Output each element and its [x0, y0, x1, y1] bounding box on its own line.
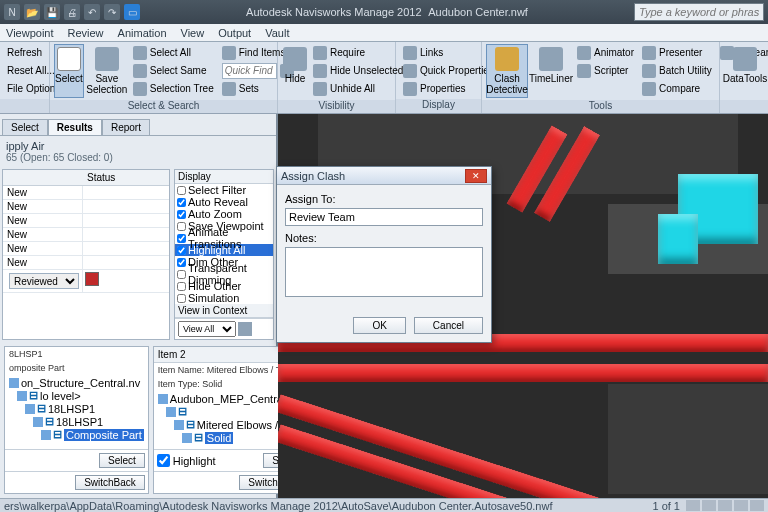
sheet-prev-icon[interactable]	[686, 500, 700, 511]
select-mode-icon[interactable]: ▭	[124, 4, 140, 20]
tab-output[interactable]: Output	[218, 27, 251, 39]
display-option[interactable]: Select Filter	[175, 184, 273, 196]
close-icon[interactable]: ✕	[465, 169, 487, 183]
hide-button[interactable]: Hide	[282, 44, 308, 98]
tree-node[interactable]: ⊟ Composite Part	[9, 428, 144, 441]
item1-box: 8LHSP1 omposite Part on_Structure_Centra…	[4, 346, 149, 494]
open-icon[interactable]: 📂	[24, 4, 40, 20]
display-option[interactable]: Animate Transitions	[175, 232, 273, 244]
app-menu-icon[interactable]: N	[4, 4, 20, 20]
node-icon	[174, 420, 184, 430]
compare-button[interactable]: Compare	[639, 80, 715, 97]
play-icon[interactable]	[238, 322, 252, 336]
dialog-titlebar[interactable]: Assign Clash ✕	[277, 167, 491, 185]
datatools-button[interactable]: DataTools	[724, 44, 766, 98]
animator-button[interactable]: Animator	[574, 44, 637, 61]
scripter-button[interactable]: Scripter	[574, 62, 637, 79]
view-context-select[interactable]: View All	[178, 321, 236, 337]
sheet-next-icon[interactable]	[702, 500, 716, 511]
timeliner-icon	[539, 47, 563, 71]
hide-unselected-button[interactable]: Hide Unselected	[310, 62, 406, 79]
select-tool-button[interactable]: Select	[54, 44, 84, 98]
help-search-input[interactable]	[634, 3, 764, 21]
node-icon	[182, 433, 192, 443]
notes-input[interactable]	[285, 247, 483, 297]
presenter-button[interactable]: Presenter	[639, 44, 715, 61]
clash-results-grid[interactable]: Status NewNewNewNewNewNew Reviewed	[2, 169, 170, 340]
timeliner-button[interactable]: TimeLiner	[530, 44, 572, 98]
quick-access-toolbar: N 📂 💾 🖨 ↶ ↷ ▭	[4, 4, 140, 20]
display-option[interactable]: Auto Zoom	[175, 208, 273, 220]
tree-node[interactable]: ⊟ 18LHSP1	[9, 402, 144, 415]
clash-row[interactable]: New	[3, 214, 83, 227]
display-option[interactable]: Auto Reveal	[175, 196, 273, 208]
highlight-checkbox[interactable]	[157, 454, 170, 467]
autosave-path: ers\walkerpa\AppData\Roaming\Autodesk Na…	[4, 500, 646, 512]
select-all-button[interactable]: Select All	[130, 44, 217, 61]
group-visibility: Visibility	[278, 100, 395, 113]
results-header: ipply Air 65 (Open: 65 Closed: 0)	[0, 136, 276, 167]
tree-node[interactable]: on_Structure_Central.nv	[9, 377, 144, 389]
save-icon[interactable]: 💾	[44, 4, 60, 20]
tab-viewpoint[interactable]: Viewpoint	[6, 27, 54, 39]
cursor-icon	[57, 47, 81, 71]
assign-to-input[interactable]	[285, 208, 483, 226]
save-icon	[95, 47, 119, 71]
clash-row[interactable]: New	[3, 256, 83, 269]
group-display: Display	[396, 99, 481, 113]
ok-button[interactable]: OK	[353, 317, 405, 334]
batch-utility-button[interactable]: Batch Utility	[639, 62, 715, 79]
node-icon	[158, 394, 168, 404]
status-combo[interactable]: Reviewed	[9, 273, 79, 289]
display-option[interactable]: Simulation	[175, 292, 273, 304]
memory-icon[interactable]	[734, 500, 748, 511]
disk-icon[interactable]	[750, 500, 764, 511]
display-option[interactable]: Transparent Dimming	[175, 268, 273, 280]
clash-icon	[495, 47, 519, 71]
print-icon[interactable]: 🖨	[64, 4, 80, 20]
clash-detective-panel: Select Results Report ipply Air 65 (Open…	[0, 114, 278, 498]
display-options: Display Select FilterAuto RevealAuto Zoo…	[174, 169, 274, 340]
item1-name: 8LHSP1	[5, 347, 148, 361]
color-swatch[interactable]	[85, 272, 99, 286]
assign-clash-dialog: Assign Clash ✕ Assign To: Notes: OK Canc…	[276, 166, 492, 343]
tab-review[interactable]: Review	[68, 27, 104, 39]
unhide-all-button[interactable]: Unhide All	[310, 80, 406, 97]
undo-icon[interactable]: ↶	[84, 4, 100, 20]
tab-vault[interactable]: Vault	[265, 27, 289, 39]
save-selection-button[interactable]: Save Selection	[86, 44, 128, 98]
item1-tree[interactable]: on_Structure_Central.nv⊟ lo level>⊟ 18LH…	[5, 375, 148, 449]
ribbon-tab-bar: Viewpoint Review Animation View Output V…	[0, 24, 768, 42]
tab-animation[interactable]: Animation	[118, 27, 167, 39]
panel-tabs: Select Results Report	[0, 114, 276, 136]
clash-row[interactable]: New	[3, 186, 83, 199]
tree-node[interactable]: ⊟ lo level>	[9, 389, 144, 402]
node-icon	[41, 430, 51, 440]
node-icon	[25, 404, 35, 414]
clash-detective-button[interactable]: Clash Detective	[486, 44, 528, 98]
hide-icon	[283, 47, 307, 71]
tab-select[interactable]: Select	[2, 119, 48, 135]
clash-row[interactable]: New	[3, 228, 83, 241]
quick-find-input[interactable]	[222, 63, 277, 79]
clash-row[interactable]: New	[3, 242, 83, 255]
title-bar: N 📂 💾 🖨 ↶ ↷ ▭ Autodesk Navisworks Manage…	[0, 0, 768, 24]
perf-icon[interactable]	[718, 500, 732, 511]
node-icon	[33, 417, 43, 427]
clash-row[interactable]: New	[3, 200, 83, 213]
group-select-search: Select & Search	[50, 100, 277, 113]
assign-to-label: Assign To:	[285, 193, 483, 205]
node-icon	[166, 407, 176, 417]
tree-node[interactable]: ⊟ 18LHSP1	[9, 415, 144, 428]
require-button[interactable]: Require	[310, 44, 406, 61]
selection-tree-button[interactable]: Selection Tree	[130, 80, 217, 97]
page-indicator: 1 of 1	[652, 500, 680, 512]
item1-select-button[interactable]: Select	[99, 453, 145, 468]
cancel-button[interactable]: Cancel	[414, 317, 483, 334]
tab-results[interactable]: Results	[48, 119, 102, 135]
item1-switchback-button[interactable]: SwitchBack	[75, 475, 145, 490]
tab-report[interactable]: Report	[102, 119, 150, 135]
redo-icon[interactable]: ↷	[104, 4, 120, 20]
tab-view[interactable]: View	[181, 27, 205, 39]
select-same-button[interactable]: Select Same	[130, 62, 217, 79]
